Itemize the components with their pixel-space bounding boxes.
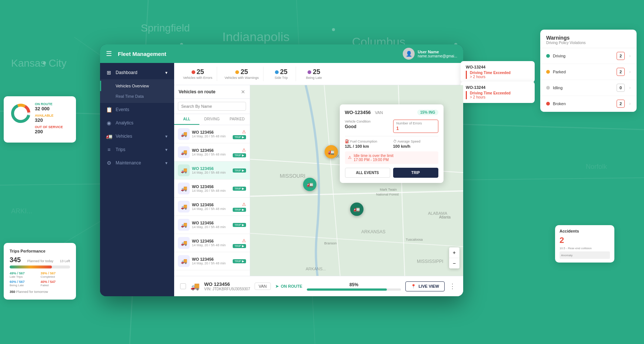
list-item[interactable]: 🚚 WO 123456 14 May, 20 / 5h 48 min ⚠ TRI… <box>174 143 250 161</box>
user-profile[interactable]: 👤 User Name name.surname@gmai... <box>403 48 457 60</box>
trip-badge: TRIP ▶ <box>233 153 246 157</box>
map-background: MISSOURI ARKANSAS MISSISSIPPI ARKANS... … <box>250 85 463 276</box>
hamburger-icon[interactable]: ☰ <box>106 50 112 58</box>
laptop-screen: ☰ Fleet Management 👤 User Name name.surn… <box>100 44 463 296</box>
warning-item-parked[interactable]: Parked 2 › <box>540 64 637 80</box>
svg-text:Atlanta: Atlanta <box>439 215 451 219</box>
sidebar-item-maintenance[interactable]: ⚙ Maintenance ▼ <box>100 156 174 170</box>
progress-bar-bg <box>307 288 401 291</box>
trips-chevron: ▼ <box>165 148 168 152</box>
tab-all[interactable]: ALL <box>174 114 199 125</box>
search-input[interactable] <box>178 102 246 111</box>
app-title: Fleet Management <box>118 51 403 57</box>
sidebar-item-events[interactable]: 📋 Events <box>100 103 174 116</box>
driving-dot <box>546 54 550 58</box>
select-checkbox[interactable] <box>180 283 186 289</box>
more-options-button[interactable]: ⋮ <box>448 282 457 290</box>
parked-dot <box>546 70 550 74</box>
stats-bar: 25 Vehicles with Errors 25 Vehicles with… <box>174 63 463 85</box>
trips-icon: ≡ <box>106 147 112 153</box>
vehicle-thumb: 🚚 <box>178 219 190 231</box>
list-item[interactable]: 🚚 WO 123456 14 May, 20 / 5h 48 min TRIP … <box>174 216 250 234</box>
sidebar-item-vehicles-overview[interactable]: Vehicles Overview <box>100 81 174 91</box>
list-item[interactable]: 🚚 WO 123456 14 May, 20 / 5h 48 min ⚠ TRI… <box>174 198 250 216</box>
navigation-icon: ➤ <box>275 284 279 289</box>
broken-chevron: › <box>629 101 631 106</box>
sidebar-item-trips[interactable]: ≡ Trips ▼ <box>100 143 174 156</box>
list-item[interactable]: 🚚 WO 123456 14 May, 20 / 5h 48 min TRIP … <box>174 161 250 180</box>
vehicle-badges: ⚠ TRIP ▶ <box>233 147 246 157</box>
trip-button[interactable]: TRIP <box>393 168 438 178</box>
zoom-in-button[interactable]: + <box>449 247 459 258</box>
bottom-actions: 📍 LIVE VIEW ⋮ <box>405 281 457 291</box>
maintenance-chevron: ▼ <box>165 161 168 165</box>
parked-count: 2 <box>617 68 625 76</box>
live-view-button[interactable]: 📍 LIVE VIEW <box>405 281 445 291</box>
stat-being-late: 25 Being Late <box>299 67 329 81</box>
donut-chart <box>10 102 32 124</box>
filter-tabs: ALL DRIVING PARKED <box>174 114 250 125</box>
list-item[interactable]: 🚚 WO 123456 14 May, 20 / 5h 48 min ⚠ TRI… <box>174 234 250 252</box>
list-item[interactable]: 🚚 WO 123456 14 May, 20 / 5h 48 min TRIP … <box>174 252 250 270</box>
sidebar-item-vehicles[interactable]: 🚛 Vehicles ▼ <box>100 130 174 143</box>
map-marker-orange[interactable]: 🚛 <box>325 145 338 158</box>
analytics-icon: ◉ <box>106 120 112 126</box>
side-trip-dot <box>275 70 279 74</box>
tab-driving[interactable]: DRIVING <box>199 114 225 125</box>
popup-condition: Vehicle Condition Good <box>345 120 390 133</box>
error-dot <box>192 70 195 74</box>
popup-fuel: ⛽ Fuel Consumption 12L / 100 km <box>345 139 390 148</box>
vehicle-info: WO 123456 14 May, 20 / 5h 48 min <box>192 239 230 247</box>
driving-chevron: › <box>629 53 631 59</box>
svg-text:ARKANS...: ARKANS... <box>306 267 326 271</box>
vehicle-info: WO 123456 14 May, 20 / 5h 48 min <box>192 166 230 174</box>
idling-chevron: › <box>629 85 631 90</box>
list-item[interactable]: 🚚 WO 123456 14 May, 20 / 5h 48 min ⚠ TRI… <box>174 125 250 143</box>
svg-point-8 <box>332 28 335 31</box>
bottom-bar: 🚚 WO 123456 VIN: JTDKBRFU9J3059307 VAN ➤… <box>174 276 463 296</box>
vehicle-badges: TRIP ▶ <box>233 168 246 173</box>
topbar: ☰ Fleet Management 👤 User Name name.surn… <box>100 44 463 63</box>
vehicle-info: WO 123456 14 May, 20 / 5h 48 min <box>192 257 230 265</box>
panel-header: Vehicles on route ✕ <box>174 85 250 99</box>
popup-speed: ⏱ Average Speed 100 km/h <box>393 139 438 148</box>
vehicle-list-panel: Vehicles on route ✕ ALL DRIVING PARKED <box>174 85 250 276</box>
error-badge: ⚠ <box>242 238 246 243</box>
maintenance-icon: ⚙ <box>106 160 112 166</box>
trips-performance-card: Trips Performance 345 Planned for today … <box>4 243 76 300</box>
svg-text:Tuscaloosa: Tuscaloosa <box>406 238 423 241</box>
zoom-out-button[interactable]: − <box>449 258 459 268</box>
sidebar-item-dashboard[interactable]: ⊞ Dashboard ▼ <box>100 66 174 79</box>
vehicles-chevron: ▼ <box>165 134 168 138</box>
accidents-card: Accidents 2 10.5 - Rear-end collision An… <box>555 225 614 263</box>
all-events-button[interactable]: ALL EVENTS <box>345 168 390 178</box>
map-marker-green1[interactable]: 🚛 <box>303 178 316 191</box>
list-item[interactable]: 🚚 WO 123456 14 May, 20 / 5h 48 min TRIP … <box>174 180 250 198</box>
close-panel-button[interactable]: ✕ <box>241 89 245 95</box>
vehicle-thumb: 🚚 <box>178 255 190 267</box>
trip-badge: TRIP ▶ <box>233 208 246 212</box>
state-ark: ARKI... <box>11 207 32 215</box>
trip-badge: TRIP ▶ <box>233 187 246 191</box>
warning-item-idling[interactable]: Idling 0 › <box>540 80 637 96</box>
trip-badge: TRIP ▶ <box>233 223 246 227</box>
map-area[interactable]: MISSOURI ARKANSAS MISSISSIPPI ARKANS... … <box>250 85 463 276</box>
sidebar-item-analytics[interactable]: ◉ Analytics <box>100 116 174 130</box>
warning-item-broken[interactable]: Broken 2 › <box>540 96 637 112</box>
zoom-controls: + − <box>449 247 459 268</box>
tab-parked[interactable]: PARKED <box>225 114 250 125</box>
city-label-springfield: Springfield <box>141 22 190 34</box>
map-marker-green2[interactable]: 🚛 <box>350 203 364 216</box>
location-icon: 📍 <box>411 284 416 289</box>
warning-alert-1: Driving Time Exceeded > 2 hours <box>466 71 530 79</box>
warning-item-driving[interactable]: Driving 2 › <box>540 48 637 64</box>
sidebar-item-realtime[interactable]: Real Time Data <box>100 91 174 101</box>
map-list-area: Vehicles on route ✕ ALL DRIVING PARKED <box>174 85 463 276</box>
svg-text:Branson: Branson <box>324 241 337 245</box>
route-status: ➤ ON ROUTE <box>275 284 302 289</box>
vehicle-thumb: 🚚 <box>178 201 190 213</box>
vehicle-thumb: 🚚 <box>178 237 190 249</box>
dashboard-icon: ⊞ <box>106 70 112 76</box>
error-badge: ⚠ <box>242 202 246 207</box>
city-label-kc: Kansas City <box>11 57 66 69</box>
